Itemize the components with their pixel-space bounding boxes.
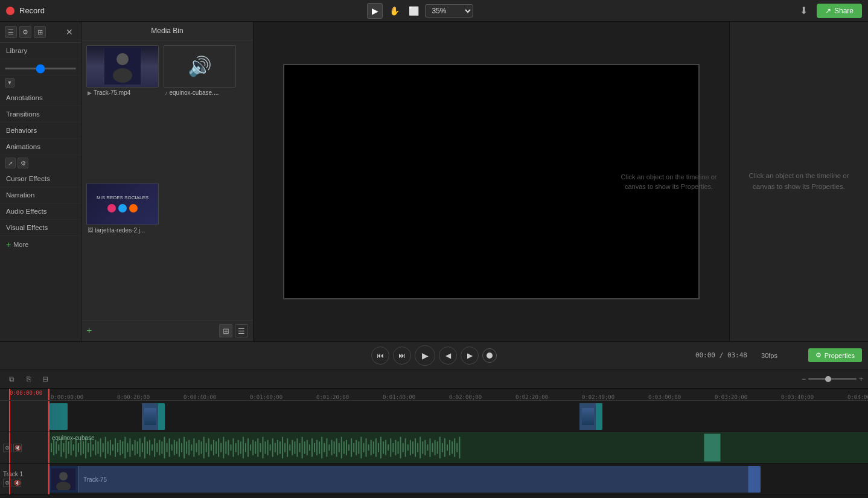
media-item-tarjetita[interactable]: MIS REDES SOCIALES 🖼 tarjetita-redes-2.j… [86,183,159,316]
svg-rect-43 [144,437,145,459]
track1-mute-btn[interactable]: 🔇 [13,479,21,487]
sidebar-add-button[interactable]: + More [0,236,81,253]
audio-icon: 🔊 [188,55,212,78]
media-item-equinox[interactable]: 🔊 ♪ equinox-cubase.... [164,45,236,178]
sidebar-item-narration[interactable]: Narration [0,187,81,203]
svg-rect-162 [437,441,438,453]
fps-display: 30fps [761,352,777,359]
svg-rect-139 [380,437,381,459]
svg-rect-143 [390,438,391,457]
svg-rect-48 [156,443,158,452]
media-bin-header: Media Bin [81,22,253,40]
track-content-1[interactable] [48,401,868,432]
ruler-400: 0:04:00;00 [847,394,868,400]
audio-track-mute-btn[interactable]: 🔇 [13,444,22,452]
svg-rect-75 [223,437,224,459]
svg-rect-118 [328,444,330,450]
select-tool-button[interactable]: ▶ [367,3,383,19]
svg-rect-150 [407,444,409,450]
svg-rect-69 [208,438,209,457]
svg-rect-62 [191,444,192,450]
cursor-effects-settings-btn[interactable]: ⚙ [18,158,28,168]
share-button[interactable]: ↗ Share [817,4,862,18]
list-view-button[interactable]: ☰ [235,324,248,337]
video-clip-2[interactable] [142,403,165,430]
timeline-zoom-slider[interactable] [808,378,857,380]
download-button[interactable]: ⬇ [796,3,812,19]
svg-rect-168 [452,441,453,453]
svg-point-174 [59,472,68,480]
svg-rect-49 [159,440,160,456]
svg-rect-22 [92,444,94,450]
sidebar-layout-icon[interactable]: ⊞ [34,26,46,38]
hand-tool-button[interactable]: ✋ [386,3,402,19]
audio-track-content[interactable]: equinox-cubase [48,432,868,463]
video-clip-1[interactable] [49,403,68,430]
svg-rect-30 [112,444,113,450]
zoom-select[interactable]: 35% [425,4,473,18]
share-icon: ↗ [825,7,831,15]
svg-rect-149 [405,438,406,457]
sidebar-close-button[interactable]: ✕ [63,25,76,39]
media-item-track75[interactable]: ▶ Track-75.mp4 [86,45,159,178]
video-clip-3[interactable] [579,403,602,430]
media-thumb-equinox: 🔊 [164,45,236,88]
svg-rect-70 [211,444,212,450]
sidebar-item-behaviors[interactable]: Behaviors [0,123,81,139]
sidebar-settings-icon[interactable]: ⚙ [19,26,31,38]
sidebar-item-cursor-effects[interactable]: Cursor Effects [0,171,81,187]
svg-rect-100 [284,443,286,452]
cursor-effects-icon-btn[interactable]: ↗ [5,158,16,168]
play-button[interactable]: ▶ [415,345,435,366]
time-display: 00:00 / 03:48 [695,351,747,359]
svg-rect-58 [181,443,182,452]
svg-rect-25 [100,438,101,457]
crop-tool-button[interactable]: ⬜ [406,3,421,19]
skip-back-button[interactable]: ⏮ [371,346,389,365]
properties-hint: Click an object on the timeline or canva… [730,22,868,341]
tl-copy-btn[interactable]: ⧉ [5,372,18,386]
sidebar-item-visual-effects[interactable]: Visual Effects [0,220,81,236]
sidebar-slider-section [0,59,81,75]
step-back-button[interactable]: ⏭ [393,346,411,365]
prev-frame-button[interactable]: ◀ [439,346,457,365]
ruler-140: 0:01:40;00 [383,394,449,400]
sidebar-item-library[interactable]: Library [0,43,81,59]
svg-rect-46 [152,444,153,450]
track2-content[interactable]: Track-75 [48,464,868,494]
sidebar-item-audio-effects[interactable]: Audio Effects [0,203,81,220]
ruler-20: 0:00:20;00 [117,394,183,400]
sidebar-menu-icon[interactable]: ☰ [5,26,17,38]
svg-rect-34 [122,441,123,453]
media-label-row-tarjetita: 🖼 tarjetita-redes-2.j... [86,225,159,235]
svg-rect-113 [316,440,318,456]
properties-button[interactable]: ⚙ Properties [808,348,862,362]
svg-rect-142 [388,444,389,450]
sidebar-header-icons: ☰ ⚙ ⊞ [5,26,46,38]
tl-paste-btn[interactable]: ⎘ [22,372,35,386]
svg-rect-55 [174,440,175,456]
svg-rect-126 [348,444,349,450]
svg-rect-132 [363,443,364,452]
sidebar-toggle-btn[interactable]: ▼ [5,78,14,88]
svg-rect-156 [422,441,423,453]
properties-hint-text: Click an object on the timeline or canva… [742,171,856,192]
sidebar-slider[interactable] [5,68,76,69]
sidebar-item-transitions[interactable]: Transitions [0,106,81,123]
next-frame-button[interactable]: ▶ [461,346,479,365]
svg-rect-169 [454,438,455,457]
record-button[interactable] [482,348,497,363]
tl-split-btn[interactable]: ⊟ [39,372,52,386]
grid-view-button[interactable]: ⊞ [219,324,232,337]
svg-rect-78 [230,444,231,450]
sidebar-transitions-label: Transitions [6,110,40,118]
ruler-320: 0:03:20;00 [715,394,781,400]
media-label-row-track75: ▶ Track-75.mp4 [86,88,159,98]
track-label-audio: ⚙ 🔇 [0,432,48,463]
sidebar-item-annotations[interactable]: Annotations [0,90,81,106]
add-media-button[interactable]: + [86,325,92,336]
svg-rect-51 [164,437,165,459]
svg-rect-16 [78,443,79,452]
audio-thumbnail: 🔊 [164,46,235,87]
sidebar-item-animations[interactable]: Animations [0,139,81,155]
